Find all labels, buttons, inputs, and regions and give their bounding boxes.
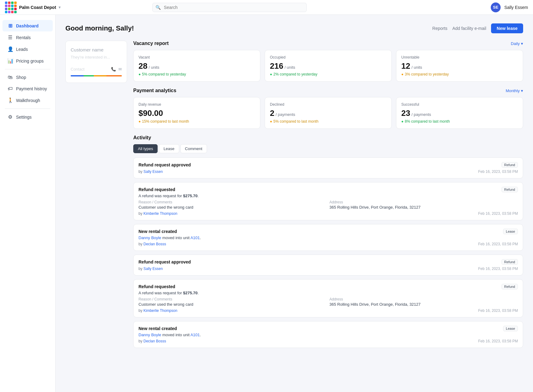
- lead-color-bar: [71, 75, 122, 76]
- sidebar-item-payment-history[interactable]: 🏷 Payment histroy: [2, 83, 53, 94]
- activity-link-5[interactable]: Kimberlie Thompson: [143, 308, 177, 313]
- vacancy-unrentable-card: Unrentable 12 / units 3% compared to yes…: [396, 50, 523, 82]
- activity-item-2-footer: by Kimberlie Thompson Feb 16, 2023, 03:5…: [138, 211, 518, 216]
- vacancy-stats-row: Vacant 28 / units 5% compared to yesterd…: [133, 50, 523, 82]
- activity-link-4[interactable]: Sally Essen: [143, 267, 163, 271]
- settings-icon: ⚙: [7, 114, 13, 120]
- sidebar-item-rentals[interactable]: ☰ Rentals: [2, 32, 53, 43]
- dashboard-icon: ⊞: [7, 23, 13, 29]
- sidebar-label-settings: Settings: [16, 115, 32, 120]
- search-input[interactable]: [152, 3, 307, 12]
- reason-value-2: Customer used the wrong card: [138, 302, 327, 307]
- sidebar-item-settings[interactable]: ⚙ Settings: [2, 111, 53, 123]
- lead-contact-row: Contact 📞 ✉: [71, 67, 122, 71]
- sidebar-item-pricing[interactable]: 📊 Pricing groups: [2, 55, 53, 67]
- activity-item-6-header: New rental created Lease: [138, 326, 518, 331]
- activity-item-new-rental-2: New rental created Lease Danny Boyle mov…: [133, 321, 523, 348]
- unit-link-1[interactable]: A101: [190, 235, 200, 240]
- activity-item-5-title: Refund requested: [138, 284, 175, 289]
- page-title: Good morning, Sally!: [65, 24, 134, 32]
- add-facility-email-button[interactable]: Add facility e-mail: [452, 26, 486, 31]
- activity-item-1-footer: by Sally Essen Feb 16, 2023, 03:58 PM: [138, 169, 518, 174]
- activity-link-1[interactable]: Sally Essen: [143, 169, 163, 174]
- activity-item-1-header: Refund request approved Refund: [138, 162, 518, 168]
- activity-reason-col-2: Reason / Comments Customer used the wron…: [138, 297, 327, 307]
- payment-dropdown-chevron: ▾: [521, 88, 523, 93]
- unrentable-dot: [401, 72, 403, 76]
- vacancy-title: Vacancy report: [133, 41, 169, 46]
- sidebar-item-walkthrough[interactable]: 🚶 Walkthrough: [2, 95, 53, 106]
- avatar: SE: [491, 2, 501, 12]
- activity-item-4-title: Refund request approved: [138, 259, 191, 264]
- sidebar-label-leads: Leads: [16, 47, 28, 52]
- activity-badge-3: Lease: [503, 229, 518, 234]
- activity-link-6[interactable]: Declan Bosss: [143, 339, 166, 343]
- successful-label: Successful: [401, 102, 518, 107]
- activity-item-4-footer: by Sally Essen Feb 16, 2023, 03:58 PM: [138, 267, 518, 271]
- address-label: Address: [329, 200, 518, 204]
- walkthrough-icon: 🚶: [7, 97, 13, 103]
- reason-value: Customer used the wrong card: [138, 205, 327, 210]
- address-value-2: 365 Rolling Hills Drive, Port Orange, Fl…: [329, 302, 518, 307]
- vacant-change: 5% compared to yesterday: [138, 72, 255, 76]
- activity-badge-4: Refund: [502, 259, 518, 265]
- activity-item-refund-requested-1: Refund requested Refund A refund was req…: [133, 182, 523, 220]
- sidebar-item-dashboard[interactable]: ⊞ Dashboard: [2, 20, 53, 31]
- unrentable-value: 12 / units: [401, 61, 518, 71]
- activity-link-3[interactable]: Declan Bosss: [143, 242, 166, 246]
- lead-sub-placeholder: They're interested in...: [71, 55, 122, 59]
- header-actions: Reports Add facility e-mail New lease: [432, 23, 523, 33]
- vacancy-section: Vacancy report Daily ▾ Vacant 28 / units: [133, 41, 523, 82]
- unrentable-change: 3% compared to yesterday: [401, 72, 518, 76]
- revenue-label: Daily revenue: [138, 102, 255, 107]
- tab-lease[interactable]: Lease: [159, 144, 179, 153]
- shop-icon: 🛍: [7, 75, 13, 80]
- activity-link-2[interactable]: Kimberlie Thompson: [143, 211, 177, 216]
- activity-item-2-body: A refund was request for $275.70.: [138, 194, 518, 198]
- sidebar-label-payment: Payment histroy: [16, 86, 47, 91]
- sidebar-item-leads[interactable]: 👤 Leads: [2, 43, 53, 55]
- activity-item-3-title: New rental created: [138, 229, 177, 234]
- activity-by-3: by Declan Bosss: [138, 242, 166, 246]
- activity-item-3-footer: by Declan Bosss Feb 16, 2023, 03:58 PM: [138, 242, 518, 246]
- payment-dropdown[interactable]: Monthly ▾: [506, 88, 523, 93]
- lead-contact-icons: 📞 ✉: [111, 67, 122, 71]
- page-header: Good morning, Sally! Reports Add facilit…: [65, 23, 523, 33]
- reports-button[interactable]: Reports: [432, 26, 448, 31]
- declined-dot: [270, 119, 272, 124]
- activity-item-2-meta: Reason / Comments Customer used the wron…: [138, 200, 518, 210]
- app-logo[interactable]: Palm Coast Depot ▾: [5, 2, 60, 13]
- activity-item-5-footer: by Kimberlie Thompson Feb 16, 2023, 03:5…: [138, 308, 518, 313]
- search-icon: 🔍: [155, 5, 161, 10]
- tab-all-types[interactable]: All types: [133, 144, 158, 153]
- vacancy-dropdown[interactable]: Daily ▾: [511, 41, 523, 46]
- topbar: Palm Coast Depot ▾ 🔍 SE Sally Essem: [0, 0, 533, 15]
- occupied-label: Occupied: [270, 55, 386, 59]
- tenant-link-1[interactable]: Danny Boyle: [138, 235, 161, 240]
- sidebar-divider-1: [5, 69, 50, 69]
- tenant-link-2[interactable]: Danny Boyle: [138, 333, 161, 337]
- revenue-value: $90.00: [138, 108, 255, 118]
- lead-card: Customer name They're interested in... C…: [65, 41, 127, 83]
- new-lease-button[interactable]: New lease: [491, 23, 523, 33]
- activity-header: Activity: [133, 135, 523, 141]
- activity-title: Activity: [133, 135, 151, 141]
- email-icon: ✉: [118, 67, 122, 71]
- successful-dot: [401, 119, 403, 124]
- logo-grid-icon: [5, 2, 17, 13]
- lead-name-placeholder: Customer name: [71, 47, 122, 52]
- content-grid: Customer name They're interested in... C…: [65, 41, 523, 348]
- payment-stats-row: Daily revenue $90.00 15% compared to las…: [133, 97, 523, 129]
- address-value: 365 Rolling Hills Drive, Port Orange, Fl…: [329, 205, 518, 210]
- sidebar-item-shop[interactable]: 🛍 Shop: [2, 72, 53, 83]
- activity-list: Refund request approved Refund by Sally …: [133, 157, 523, 348]
- lead-contact-label: Contact: [71, 67, 85, 71]
- app-name: Palm Coast Depot: [19, 5, 56, 10]
- user-name: Sally Essem: [504, 5, 528, 10]
- sidebar-label-walkthrough: Walkthrough: [16, 98, 40, 103]
- declined-change: 5% compared to last month: [270, 119, 386, 124]
- vacancy-vacant-card: Vacant 28 / units 5% compared to yesterd…: [133, 50, 260, 82]
- app-name-chevron: ▾: [59, 5, 60, 10]
- unit-link-2[interactable]: A101: [190, 333, 200, 337]
- tab-comment[interactable]: Comment: [180, 144, 207, 153]
